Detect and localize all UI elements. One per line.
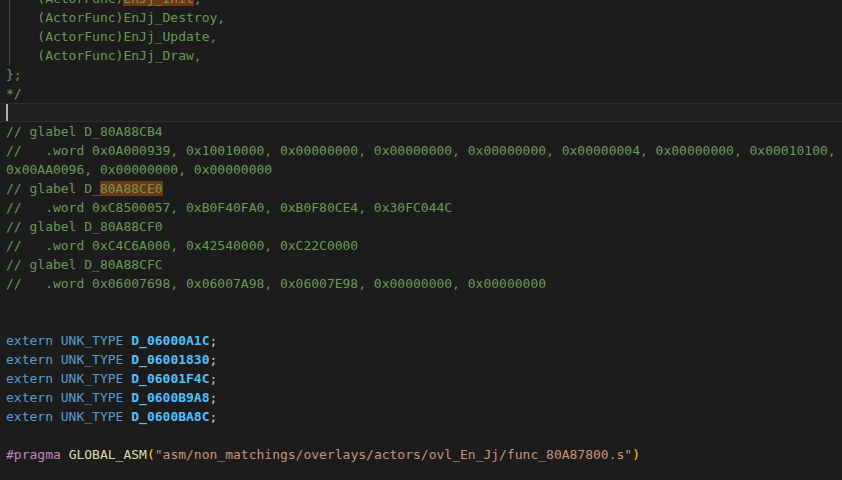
code-token: #pragma xyxy=(6,447,61,462)
code-token: // .word 0x0A000939, 0x10010000, 0x00000… xyxy=(6,143,836,158)
code-token: ; xyxy=(210,409,218,424)
code-line[interactable]: (ActorFunc)EnJj_Draw, xyxy=(6,46,202,65)
code-token: (ActorFunc) xyxy=(6,0,123,6)
code-token xyxy=(53,390,61,405)
code-editor[interactable]: (ActorFunc)EnJj_Init, (ActorFunc)EnJj_De… xyxy=(0,0,842,480)
code-token: // .word 0xC8500057, 0xB0F40FA0, 0xB0F80… xyxy=(6,200,452,215)
code-token: ; xyxy=(210,333,218,348)
code-token: // .word 0xC4C6A000, 0x42540000, 0xC22C0… xyxy=(6,238,358,253)
code-token: UNK_TYPE xyxy=(61,390,124,405)
code-line[interactable]: (ActorFunc)EnJj_Update, xyxy=(6,27,217,46)
code-token: extern xyxy=(6,333,53,348)
code-token: ; xyxy=(210,371,218,386)
code-line[interactable]: // glabel D_80A88CB4 xyxy=(6,122,163,141)
code-token: 0x00AA0096, 0x00000000, 0x00000000 xyxy=(6,162,272,177)
code-line[interactable]: // .word 0xC4C6A000, 0x42540000, 0xC22C0… xyxy=(6,236,358,255)
code-line[interactable]: extern UNK_TYPE D_0600B9A8; xyxy=(6,388,217,407)
code-line[interactable]: extern UNK_TYPE D_06001F4C; xyxy=(6,369,217,388)
code-token: D_0600BA8C xyxy=(131,409,209,424)
code-token: (ActorFunc)EnJj_Draw, xyxy=(6,48,202,63)
code-token: ; xyxy=(210,352,218,367)
code-token: // glabel D_80A88CFC xyxy=(6,257,163,272)
code-line[interactable]: // .word 0xC8500057, 0xB0F40FA0, 0xB0F80… xyxy=(6,198,452,217)
code-line[interactable]: #pragma GLOBAL_ASM("asm/non_matchings/ov… xyxy=(6,445,640,464)
code-line[interactable]: (ActorFunc)EnJj_Init, xyxy=(6,0,202,8)
code-line[interactable]: 0x00AA0096, 0x00000000, 0x00000000 xyxy=(6,160,272,179)
code-token: UNK_TYPE xyxy=(61,333,124,348)
code-token: UNK_TYPE xyxy=(61,371,124,386)
code-token: D_06000A1C xyxy=(131,333,209,348)
code-token xyxy=(61,447,69,462)
code-token: // glabel D_80A88CF0 xyxy=(6,219,163,234)
current-line-highlight xyxy=(0,103,842,122)
code-token: D_06001F4C xyxy=(131,371,209,386)
text-cursor xyxy=(6,104,8,121)
code-token: , xyxy=(194,0,202,6)
code-token: UNK_TYPE xyxy=(61,409,124,424)
code-line[interactable]: }; xyxy=(6,65,22,84)
code-token xyxy=(53,352,61,367)
code-token: ) xyxy=(632,447,640,462)
code-token: }; xyxy=(6,67,22,82)
code-token xyxy=(53,409,61,424)
code-token: (ActorFunc)EnJj_Update, xyxy=(6,29,217,44)
code-token: */ xyxy=(6,86,22,101)
code-token: D_06001830 xyxy=(131,352,209,367)
code-line[interactable]: extern UNK_TYPE D_06001830; xyxy=(6,350,217,369)
code-token: // .word 0x06007698, 0x06007A98, 0x06007… xyxy=(6,276,546,291)
code-line[interactable]: extern UNK_TYPE D_0600BA8C; xyxy=(6,407,217,426)
search-match-highlight: 80A88CE0 xyxy=(100,181,163,196)
code-line[interactable]: // glabel D_80A88CF0 xyxy=(6,217,163,236)
code-token: // glabel D_80A88CB4 xyxy=(6,124,163,139)
code-token: extern xyxy=(6,352,53,367)
code-token: ( xyxy=(147,447,155,462)
code-token: UNK_TYPE xyxy=(61,352,124,367)
code-token xyxy=(53,333,61,348)
code-token: "asm/non_matchings/overlays/actors/ovl_E… xyxy=(155,447,632,462)
code-line[interactable]: (ActorFunc)EnJj_Destroy, xyxy=(6,8,225,27)
code-token: // glabel D_ xyxy=(6,181,100,196)
code-line[interactable]: // .word 0x06007698, 0x06007A98, 0x06007… xyxy=(6,274,546,293)
code-token xyxy=(53,371,61,386)
code-line[interactable]: // glabel D_80A88CFC xyxy=(6,255,163,274)
code-line[interactable]: extern UNK_TYPE D_06000A1C; xyxy=(6,331,217,350)
code-token: extern xyxy=(6,371,53,386)
code-token: (ActorFunc)EnJj_Destroy, xyxy=(6,10,225,25)
code-token: extern xyxy=(6,409,53,424)
code-token: D_0600B9A8 xyxy=(131,390,209,405)
code-token: GLOBAL_ASM xyxy=(69,447,147,462)
code-token: ; xyxy=(210,390,218,405)
code-line[interactable]: */ xyxy=(6,84,22,103)
code-line[interactable]: // glabel D_80A88CE0 xyxy=(6,179,163,198)
code-token: extern xyxy=(6,390,53,405)
code-line[interactable]: // .word 0x0A000939, 0x10010000, 0x00000… xyxy=(6,141,836,160)
search-match-highlight: EnJj_Init xyxy=(123,0,193,6)
